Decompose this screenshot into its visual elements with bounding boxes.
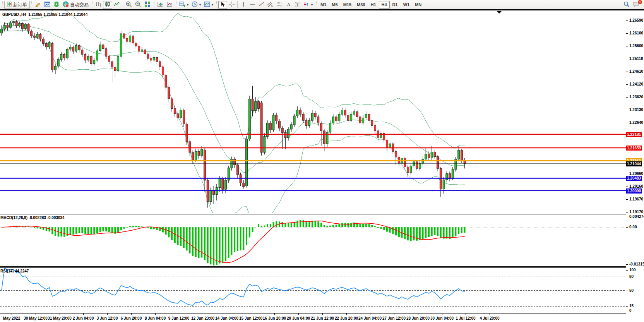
signals-button[interactable] bbox=[52, 1, 61, 9]
timeframe-m30-button[interactable]: M30 bbox=[354, 1, 368, 9]
price-tick-label-mark bbox=[626, 187, 628, 187]
macd-scale-label: 0.004274 bbox=[629, 214, 644, 219]
price-tick-label: 1.26590 bbox=[629, 18, 643, 22]
horizontal-line-tool-button[interactable] bbox=[248, 1, 257, 9]
chevron-down-icon: ▾ bbox=[212, 3, 213, 7]
time-tick-mark bbox=[490, 313, 490, 315]
metaeditor-button[interactable] bbox=[33, 1, 43, 9]
level-price-tag: 1.22181 bbox=[626, 132, 642, 137]
trendline-tool-button[interactable] bbox=[257, 1, 265, 9]
clock-icon bbox=[192, 1, 198, 9]
timeframe-m15-button[interactable]: M15 bbox=[341, 1, 354, 9]
rsi-indicator-canvas[interactable] bbox=[0, 268, 626, 313]
toolbar-drag-handle bbox=[91, 1, 93, 8]
new-chart-button[interactable] bbox=[43, 1, 52, 9]
new-order-button[interactable]: 新订单 bbox=[4, 1, 30, 9]
zoom-in-button[interactable] bbox=[124, 1, 134, 9]
rsi-level-lines bbox=[0, 277, 626, 306]
template-icon bbox=[204, 1, 210, 9]
new-order-label: 新订单 bbox=[13, 2, 27, 8]
price-tick-label-mark bbox=[626, 199, 628, 200]
horizontal-line-icon bbox=[250, 2, 255, 8]
price-tick-label: 1.24610 bbox=[629, 69, 643, 74]
time-tick-mark bbox=[466, 313, 466, 315]
macd-name: MACD(12,26,9) bbox=[0, 216, 27, 220]
vertical-line-tool-button[interactable] bbox=[239, 1, 248, 9]
horizontal-level-lines[interactable] bbox=[0, 134, 626, 191]
time-tick-label: 31 May 20:00 bbox=[48, 316, 72, 320]
indicator-subwindow-icon bbox=[157, 1, 163, 9]
bar-chart-mode-button[interactable] bbox=[94, 1, 103, 9]
time-tick-label: 22 Jun 20:00 bbox=[335, 316, 358, 320]
candlestick-mode-button[interactable] bbox=[103, 1, 112, 9]
price-tick-label: 1.25600 bbox=[629, 44, 643, 48]
templates-button[interactable]: ▾ bbox=[202, 1, 215, 9]
timeframe-d1-button[interactable]: D1 bbox=[390, 1, 401, 9]
indicator-main-window-button[interactable] bbox=[165, 1, 174, 9]
price-tick-label: 1.20160 bbox=[629, 184, 643, 188]
chevron-down-icon: ▾ bbox=[187, 3, 188, 7]
timeframe-mn-button[interactable]: MN bbox=[412, 1, 424, 9]
ohlc-bars-icon bbox=[95, 1, 101, 9]
chart-symbol-period: GBPUSD-,H4 bbox=[2, 12, 26, 17]
chart-shift-marker[interactable] bbox=[497, 11, 502, 14]
time-tick-mark bbox=[155, 313, 156, 315]
tile-windows-button[interactable] bbox=[143, 1, 152, 9]
time-tick-label: 20 Jun 04:00 bbox=[287, 316, 310, 320]
text-tool-button[interactable]: A bbox=[284, 1, 293, 9]
timeframe-m5-button[interactable]: M5 bbox=[329, 1, 340, 9]
price-tick-label: 1.26100 bbox=[629, 31, 643, 35]
zoom-out-button[interactable] bbox=[134, 1, 143, 9]
cursor-icon bbox=[220, 2, 226, 8]
bar-open-value: 1.21055 bbox=[28, 12, 42, 17]
trendline-icon bbox=[259, 2, 264, 8]
price-tick-label-mark bbox=[626, 21, 628, 21]
price-tick-label-mark bbox=[626, 212, 628, 212]
chart-title: GBPUSD-,H4 1.21055 1.21055 1.21044 1.210… bbox=[2, 12, 87, 17]
price-chart-canvas[interactable] bbox=[0, 10, 626, 213]
rsi-name: RSI(14) bbox=[0, 269, 14, 273]
crosshair-tool-button[interactable] bbox=[227, 1, 236, 9]
periods-button[interactable]: ▾ bbox=[190, 1, 202, 9]
price-tick-label-mark bbox=[626, 97, 628, 98]
add-indicator-button[interactable]: ▾ bbox=[178, 1, 190, 9]
toolbar-drag-handle bbox=[175, 1, 177, 8]
timeframe-h1-button[interactable]: H1 bbox=[368, 1, 379, 9]
cursor-tool-button[interactable] bbox=[218, 1, 227, 9]
macd-histogram bbox=[2, 220, 465, 265]
time-tick-mark bbox=[60, 313, 60, 315]
price-axis[interactable]: 1.265901.261001.256001.251101.246101.241… bbox=[626, 10, 644, 313]
notification-badge: 1 bbox=[637, 0, 642, 5]
tile-windows-icon bbox=[144, 1, 151, 9]
chart-region: GBPUSD-,H4 1.21055 1.21055 1.21044 1.210… bbox=[0, 10, 644, 322]
autotrading-button[interactable]: 自动交易 bbox=[61, 1, 90, 9]
timeframe-w1-button[interactable]: W1 bbox=[401, 1, 413, 9]
time-tick-label: 4 Jul 20:00 bbox=[480, 316, 499, 320]
chart-window-icon bbox=[44, 1, 50, 9]
zoom-out-icon bbox=[135, 1, 141, 9]
macd-indicator-canvas[interactable] bbox=[0, 214, 626, 267]
toolbar: 新订单 自动交易 bbox=[0, 0, 644, 10]
text-label-tool-button[interactable]: T bbox=[293, 1, 302, 9]
time-tick-mark bbox=[36, 313, 36, 315]
fibonacci-icon: F bbox=[276, 2, 283, 8]
vertical-line-icon bbox=[241, 2, 246, 8]
notifications-button[interactable]: 1 bbox=[631, 1, 641, 9]
rsi-line bbox=[2, 268, 465, 305]
time-axis[interactable]: May 202230 May 12:0031 May 20:002 Jun 04… bbox=[0, 313, 644, 322]
line-chart-mode-button[interactable] bbox=[112, 1, 122, 9]
fibonacci-tool-button[interactable]: F bbox=[275, 1, 284, 9]
timeframe-h4-button[interactable]: H4 bbox=[379, 1, 390, 9]
search-button[interactable] bbox=[622, 1, 631, 9]
rsi-value: 44.2247 bbox=[15, 269, 29, 273]
indicator-subwindow-button[interactable] bbox=[156, 1, 165, 9]
macd-scale-label-mark bbox=[626, 264, 628, 265]
arrows-tool-button[interactable]: ▾ bbox=[302, 1, 314, 9]
toolbar-separator bbox=[237, 1, 238, 8]
time-tick-label: 30 Jun 04:00 bbox=[430, 316, 454, 320]
svg-text:E: E bbox=[271, 5, 273, 7]
svg-text:A: A bbox=[287, 2, 290, 7]
timeframe-m1-button[interactable]: M1 bbox=[318, 1, 329, 9]
macd-scale-label-mark bbox=[626, 227, 628, 228]
equidistant-channel-tool-button[interactable]: E bbox=[265, 1, 275, 9]
